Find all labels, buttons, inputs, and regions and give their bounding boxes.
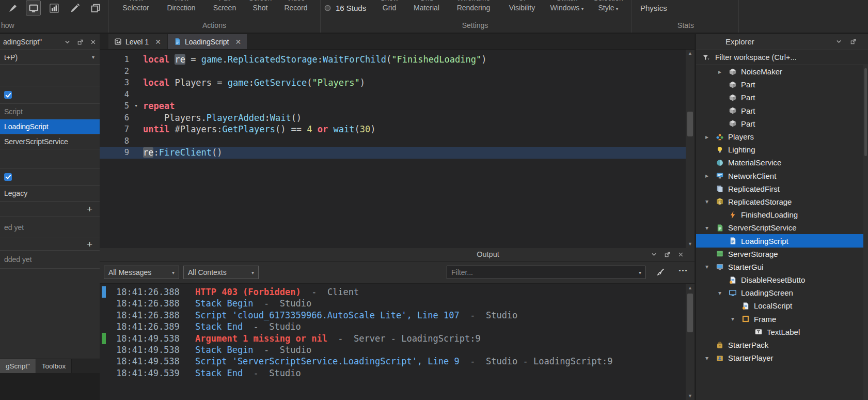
panel-menu-button[interactable]: [61, 36, 74, 49]
tree-item-part[interactable]: Part: [696, 104, 868, 117]
tree-item-loadingscript[interactable]: LoadingScript: [696, 234, 868, 247]
dock-tab-toolbox[interactable]: Toolbox: [36, 359, 72, 373]
scroll-down-icon[interactable]: ▼: [686, 240, 695, 248]
ribbon-item-ui-visibility[interactable]: UIVisibility: [502, 0, 542, 13]
log-row-4[interactable]: 18:41:49.538Argument 1 missing or nil - …: [100, 333, 695, 344]
tree-item-localscript[interactable]: LocalScript: [696, 299, 868, 312]
checkbox[interactable]: [4, 91, 12, 99]
script-editor[interactable]: 1local re = game.ReplicatedStorage:WaitF…: [100, 50, 695, 248]
ribbon-item-16-studs[interactable]: 16 Studs: [324, 3, 366, 13]
log-row-1[interactable]: 18:41:26.388Stack Begin - Studio: [100, 298, 695, 309]
list-item-selected[interactable]: LoadingScript: [0, 119, 100, 134]
explorer-popout-button[interactable]: [847, 35, 860, 48]
tree-item-finishedloading[interactable]: FinishedLoading: [696, 208, 868, 221]
ribbon-item-grid-material[interactable]: GridMaterial: [409, 0, 444, 13]
filter-input[interactable]: [447, 268, 639, 276]
expand-arrow-icon[interactable]: ▾: [704, 224, 716, 232]
checkbox[interactable]: [4, 173, 12, 181]
expand-arrow-icon[interactable]: ▾: [704, 198, 716, 205]
tree-item-players[interactable]: ▸Players: [696, 130, 868, 143]
expand-arrow-icon[interactable]: ▸: [704, 133, 716, 141]
log-row-3[interactable]: 18:41:26.389Stack End - Studio: [100, 321, 695, 332]
tree-item-replicatedfirst[interactable]: ReplicatedFirst: [696, 182, 868, 195]
scroll-down-icon[interactable]: ▼: [686, 392, 695, 400]
log-row-7[interactable]: 18:41:49.539Stack End - Studio: [100, 367, 695, 379]
output-popout-button[interactable]: [661, 248, 674, 261]
tree-item-loadingscreen[interactable]: ▾LoadingScreen: [696, 286, 868, 299]
brush-tool-button[interactable]: [5, 1, 20, 16]
tree-item-part[interactable]: Part: [696, 78, 868, 91]
log-row-5[interactable]: 18:41:49.538Stack Begin - Studio: [100, 344, 695, 356]
editor-tab-loadingscript[interactable]: LoadingScript✕: [168, 34, 247, 49]
scrollbar-thumb[interactable]: [687, 294, 693, 332]
copies-tool-button[interactable]: [88, 1, 103, 16]
log-row-6[interactable]: 18:41:49.538Script 'ServerScriptService.…: [100, 356, 695, 367]
left-row-combo-0[interactable]: t+P)▾: [0, 50, 100, 65]
left-row-label-8[interactable]: Legacy: [0, 186, 100, 202]
panel-close-button[interactable]: [87, 36, 100, 49]
ribbon-item-wireframe-rendering[interactable]: WireframeRendering: [453, 0, 494, 13]
clear-output-button[interactable]: [653, 265, 668, 280]
tree-item-textlabel[interactable]: TextLabel: [696, 326, 868, 339]
expand-arrow-icon[interactable]: ▾: [704, 263, 716, 270]
tree-item-lighting[interactable]: Lighting: [696, 143, 868, 156]
tree-item-part[interactable]: Part: [696, 117, 868, 130]
add-button[interactable]: +: [87, 239, 96, 249]
left-row-plus-9[interactable]: +: [0, 202, 100, 217]
ribbon-item-show-grid[interactable]: ShowGrid: [374, 0, 405, 13]
tree-item-serverstorage[interactable]: ServerStorage: [696, 248, 868, 260]
screen-tool-button[interactable]: [26, 1, 41, 16]
expand-arrow-icon[interactable]: ▾: [717, 289, 729, 297]
panel-popout-button[interactable]: [74, 36, 87, 49]
scrollbar-thumb[interactable]: [864, 68, 867, 156]
explorer-menu-button[interactable]: [832, 35, 845, 48]
expand-arrow-icon[interactable]: ▾: [730, 315, 741, 322]
tree-item-replicatedstorage[interactable]: ▾ReplicatedStorage: [696, 195, 868, 208]
tree-item-materialservice[interactable]: MaterialService: [696, 156, 868, 169]
expand-arrow-icon[interactable]: ▾: [704, 355, 716, 362]
tree-item-networkclient[interactable]: ▸NetworkClient: [696, 170, 868, 182]
editor-tab-level-1[interactable]: Level 1✕: [108, 34, 167, 49]
ribbon-item-view-direction[interactable]: ViewDirection: [159, 0, 203, 13]
left-row-label-5[interactable]: ServerScriptService: [0, 134, 100, 149]
output-filter-box[interactable]: ▾: [447, 266, 645, 279]
tree-item-disableresetbutto[interactable]: DisableResetButto: [696, 273, 868, 286]
ribbon-item-switch-windows[interactable]: SwitchWindows▾: [547, 0, 587, 13]
tree-item-starterpack[interactable]: StarterPack: [696, 339, 868, 351]
output-close-button[interactable]: [674, 248, 687, 261]
tree-item-startergui[interactable]: ▾StarterGui: [696, 260, 868, 273]
log-row-2[interactable]: 18:41:26.388Script 'cloud_6173359966.Aut…: [100, 310, 695, 321]
messages-filter-dropdown[interactable]: All Messages ▾: [104, 266, 179, 279]
left-row-check-2[interactable]: [0, 86, 100, 104]
scroll-up-icon[interactable]: ▲: [686, 284, 695, 292]
ribbon-item-video-record[interactable]: VideoRecord: [279, 0, 313, 13]
left-row-check-7[interactable]: [0, 168, 100, 186]
fold-arrow-icon[interactable]: ▾: [129, 100, 143, 112]
left-row-plus-11[interactable]: +: [0, 238, 100, 251]
ribbon-item-view-selector[interactable]: ViewSelector: [118, 0, 154, 13]
add-button[interactable]: +: [87, 204, 96, 214]
expand-arrow-icon[interactable]: ▸: [717, 68, 729, 75]
editor-scrollbar[interactable]: ▲ ▼: [686, 50, 695, 248]
tree-item-frame[interactable]: ▾Frame: [696, 313, 868, 326]
ribbon-item-physics[interactable]: Physics: [640, 3, 676, 13]
tree-item-starterplayer[interactable]: ▾StarterPlayer: [696, 351, 868, 364]
scrollbar-thumb[interactable]: [687, 112, 693, 136]
close-icon[interactable]: ✕: [235, 38, 242, 46]
ribbon-item-full-screen[interactable]: FullScreen: [207, 0, 243, 13]
more-options-button[interactable]: …: [678, 263, 688, 274]
ribbon-item-screen-shot[interactable]: ScreenShot: [244, 0, 276, 13]
dock-tab-script[interactable]: gScript": [0, 359, 36, 373]
contexts-filter-dropdown[interactable]: All Contexts ▾: [183, 266, 259, 279]
output-log[interactable]: 18:41:26.388HTTP 403 (Forbidden) - Clien…: [100, 284, 695, 400]
chart-tool-button[interactable]: [46, 1, 61, 16]
wand-tool-button[interactable]: [67, 1, 82, 16]
close-icon[interactable]: ✕: [155, 38, 161, 46]
scroll-up-icon[interactable]: ▲: [686, 50, 695, 57]
tree-item-noisemaker[interactable]: ▸NoiseMaker: [696, 65, 868, 78]
expand-arrow-icon[interactable]: ▸: [704, 172, 716, 179]
explorer-scrollbar[interactable]: [863, 65, 868, 400]
output-menu-button[interactable]: [648, 248, 660, 261]
explorer-filter[interactable]: Filter workspace (Ctrl+...: [696, 50, 868, 65]
tree-item-serverscriptservice[interactable]: ▾ServerScriptService: [696, 221, 868, 234]
